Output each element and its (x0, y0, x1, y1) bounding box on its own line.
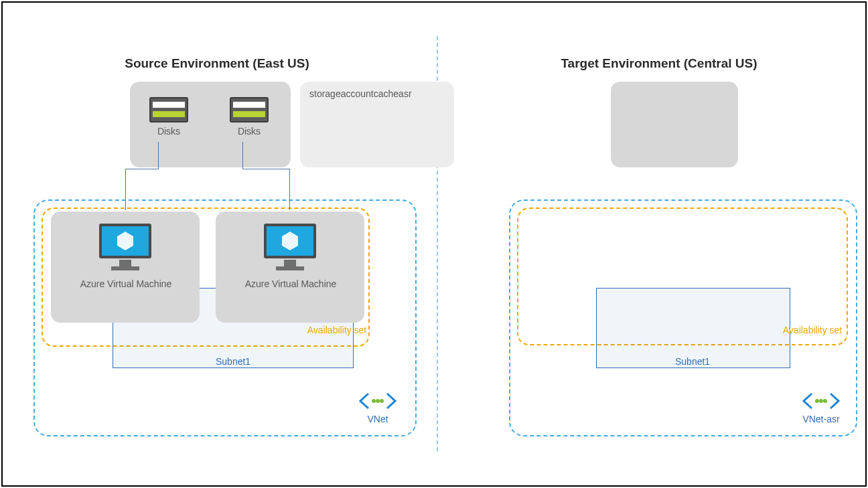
svg-rect-4 (230, 98, 268, 122)
connector-line (242, 169, 289, 169)
disk-label-1: Disks (135, 126, 202, 137)
subnet-label: Subnet1 (216, 356, 250, 367)
svg-rect-15 (284, 260, 296, 266)
storage-cache-label: storageaccountcacheasr (309, 88, 412, 99)
svg-point-18 (372, 399, 376, 403)
svg-rect-2 (153, 102, 185, 108)
storage-cache-box: storageaccountcacheasr (300, 82, 454, 167)
vm-icon (260, 221, 320, 274)
target-title: Target Environment (Central US) (525, 56, 793, 71)
availability-set-label: Availability set (307, 325, 367, 336)
vm-label-1: Azure Virtual Machine (59, 278, 193, 289)
svg-rect-6 (233, 102, 265, 108)
svg-rect-7 (233, 111, 265, 117)
connector-line (158, 142, 159, 169)
source-title: Source Environment (East US) (83, 56, 351, 71)
svg-point-22 (819, 399, 823, 403)
connector-line (125, 169, 126, 210)
vnet-label: VNet (338, 414, 418, 424)
target-placeholder-box (611, 82, 738, 167)
vnet-icon (358, 391, 398, 411)
target-vnet-label: VNet-asr (781, 414, 861, 424)
vm-icon (95, 221, 155, 274)
svg-point-21 (815, 399, 819, 403)
connector-line (125, 169, 159, 169)
connector-line (289, 169, 290, 210)
target-subnet-label: Subnet1 (675, 356, 710, 367)
disks-box (130, 82, 291, 167)
svg-rect-16 (276, 266, 304, 270)
target-availability-set-label: Availability set (782, 325, 843, 336)
svg-rect-11 (111, 266, 139, 270)
svg-point-19 (376, 399, 380, 403)
disk-icon (149, 96, 189, 123)
vnet-icon (801, 391, 841, 411)
vm-label-2: Azure Virtual Machine (224, 278, 358, 289)
disk-icon (229, 96, 269, 123)
svg-point-20 (380, 399, 384, 403)
svg-rect-10 (119, 260, 131, 266)
svg-rect-0 (150, 98, 188, 122)
connector-line (242, 142, 243, 169)
svg-point-23 (823, 399, 827, 403)
svg-rect-3 (153, 111, 185, 117)
diagram-frame: Source Environment (East US) Target Envi… (1, 1, 867, 487)
disk-label-2: Disks (216, 126, 283, 137)
